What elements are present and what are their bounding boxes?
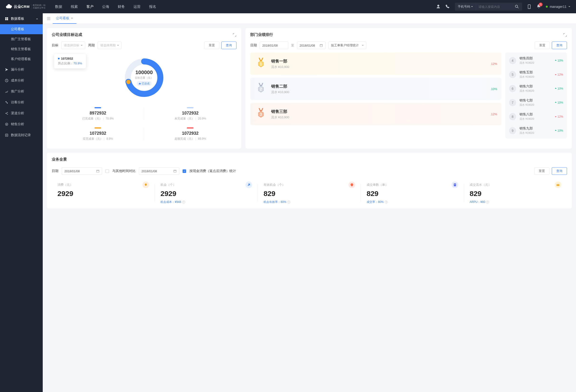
topbar: 云朵CRM 教育机构一站式服务云平台 数据线索客户公海财务运营报名 手机号码 5…	[0, 0, 576, 13]
search-type-select[interactable]: 手机号码	[455, 3, 476, 11]
statby-checkbox[interactable]	[183, 169, 186, 173]
logo[interactable]: 云朵CRM 教育机构一站式服务云平台	[6, 3, 46, 10]
expand-icon[interactable]	[563, 33, 567, 37]
menu-toggle-icon[interactable]	[47, 16, 51, 21]
topnav-item[interactable]: 客户	[86, 4, 93, 9]
compare-label: 与其他时间对比	[112, 169, 136, 173]
sidebar-item[interactable]: 访客分析	[0, 97, 43, 108]
sidebar-item[interactable]: 漏斗分析	[0, 64, 43, 75]
medal-icon: 2	[255, 82, 267, 95]
svg-rect-15	[5, 134, 8, 137]
date-input-2[interactable]: 2018/01/08	[139, 167, 179, 175]
statby-select[interactable]: 按工单客户经理统计	[328, 42, 366, 49]
delta: 12%	[490, 112, 497, 116]
rank-row[interactable]: 2销售二部流水 ¥10,90010%	[250, 78, 501, 100]
target-select[interactable]: 请选择目标	[61, 42, 85, 49]
date-label: 日期	[250, 43, 257, 48]
help-icon[interactable]: ?	[287, 201, 290, 204]
kpi-foot: ARPU：¥80 ?	[470, 200, 561, 204]
query-button[interactable]: 查询	[552, 167, 567, 175]
sidebar-item[interactable]: 渠道分析	[0, 108, 43, 119]
sidebar-item-icon	[5, 100, 8, 104]
rank-number: 6	[509, 85, 516, 92]
expand-icon[interactable]	[233, 33, 236, 37]
donut-label: 目标总量（元）	[135, 76, 153, 80]
rank-row[interactable]: 3销售三部流水 ¥10,90012%	[250, 103, 501, 125]
kpi-value: 2929	[161, 190, 252, 198]
stat-item: 1072932超额完成（元）|89.9%	[144, 124, 236, 144]
topnav-item[interactable]: 线索	[71, 4, 78, 9]
query-button[interactable]: 查询	[552, 42, 567, 49]
rank-row-small[interactable]: 8销售八部流水 ¥1902012%	[505, 110, 567, 123]
topnav-item[interactable]: 财务	[118, 4, 125, 9]
date-from-input[interactable]: 2018/01/08	[260, 42, 288, 49]
sidebar-item[interactable]: 数据流转记录	[0, 130, 43, 141]
notification-button[interactable]: 5	[536, 4, 541, 9]
svg-rect-5	[5, 19, 6, 20]
status-dot	[546, 6, 548, 8]
target-title: 公司业绩目标达成	[52, 32, 82, 37]
rank-title: 部门业绩排行	[250, 32, 273, 37]
topbar-right: 手机号码 5 manager11	[436, 3, 570, 11]
kpi-foot: 机会有效率：80% ?	[263, 200, 355, 204]
help-icon[interactable]: ?	[385, 201, 388, 204]
tab-company-dashboard[interactable]: 公司看板 ✕	[53, 13, 76, 24]
compare-checkbox[interactable]	[105, 169, 109, 173]
sidebar-item[interactable]: 推广分析	[0, 86, 43, 97]
query-button[interactable]: 查询	[221, 42, 236, 49]
reset-button[interactable]: 重置	[204, 42, 219, 49]
topnav-item[interactable]: 公海	[102, 4, 109, 9]
user-icon[interactable]	[436, 4, 441, 9]
rank-row-small[interactable]: 4销售四部流水 ¥1902010%	[505, 54, 567, 67]
search-box: 手机号码	[455, 3, 522, 11]
sidebar-item-icon	[5, 90, 8, 93]
svg-rect-28	[556, 184, 559, 186]
date-input-1[interactable]: 2018/01/08	[62, 167, 102, 175]
close-icon[interactable]: ✕	[71, 17, 73, 20]
rank-row-small[interactable]: 5销售五部流水 ¥1902012%	[505, 67, 567, 82]
sidebar-sub-item[interactable]: 客户经理看板	[0, 54, 43, 64]
rank-number: 8	[509, 113, 516, 120]
sidebar-item-icon	[5, 68, 8, 71]
user-menu[interactable]: manager11	[546, 5, 570, 8]
help-icon[interactable]: ?	[486, 201, 489, 204]
phone-icon[interactable]	[445, 4, 450, 9]
rank-row-small[interactable]: 9销售九部流水 ¥1902010%	[505, 123, 567, 138]
date-to-input[interactable]: 2018/01/08	[297, 42, 325, 49]
rank-number: 9	[509, 127, 516, 134]
delta: 10%	[555, 129, 563, 132]
sidebar-item[interactable]: 成本分析	[0, 75, 43, 86]
search-input[interactable]	[476, 5, 512, 8]
logo-text: 云朵CRM	[14, 4, 30, 9]
reset-button[interactable]: 重置	[535, 42, 550, 49]
mobile-icon[interactable]	[527, 4, 532, 9]
kpi-foot: 成交率：80% ?	[367, 200, 458, 204]
help-icon[interactable]: ?	[182, 201, 185, 204]
sidebar-sub-item[interactable]: 销售主管看板	[0, 44, 43, 54]
svg-rect-3	[5, 17, 6, 19]
sidebar-item[interactable]: 销售分析	[0, 119, 43, 130]
donut-total: 100000	[135, 69, 153, 76]
rank-row-small[interactable]: 7销售七部流水 ¥1902010%	[505, 95, 567, 110]
delta: 10%	[555, 101, 563, 104]
topnav-item[interactable]: 数据	[55, 4, 62, 9]
rank-card: 部门业绩排行 日期 2018/01/08 至 2018/01/08 按工单客户经…	[246, 28, 572, 149]
svg-rect-6	[7, 19, 8, 20]
topnav-item[interactable]: 报名	[149, 4, 156, 9]
svg-rect-4	[7, 17, 8, 19]
rank-row[interactable]: 1销售一部流水 ¥10,90012%	[250, 53, 501, 75]
medal-icon: 3	[255, 108, 267, 121]
svg-point-10	[5, 113, 6, 114]
search-button[interactable]	[512, 3, 522, 11]
notification-badge: 5	[539, 3, 543, 6]
period-select[interactable]: 请选择周期	[98, 42, 121, 49]
reset-button[interactable]: 重置	[534, 167, 549, 175]
rank-row-small[interactable]: 6销售六部流水 ¥1902010%	[505, 82, 567, 95]
overview-card: 业务全景 日期 2018/01/08 与其他时间对比 2018/01/08 按现…	[47, 153, 572, 208]
sidebar-group-dashboard[interactable]: 数据看板	[0, 13, 43, 24]
calendar-icon	[173, 169, 177, 173]
sidebar-sub-item[interactable]: 推广主管看板	[0, 34, 43, 44]
topnav-item[interactable]: 运营	[133, 4, 141, 9]
sidebar-sub-item[interactable]: 公司看板	[0, 24, 43, 34]
sidebar: 数据看板 公司看板推广主管看板销售主管看板客户经理看板 漏斗分析成本分析推广分析…	[0, 13, 43, 222]
